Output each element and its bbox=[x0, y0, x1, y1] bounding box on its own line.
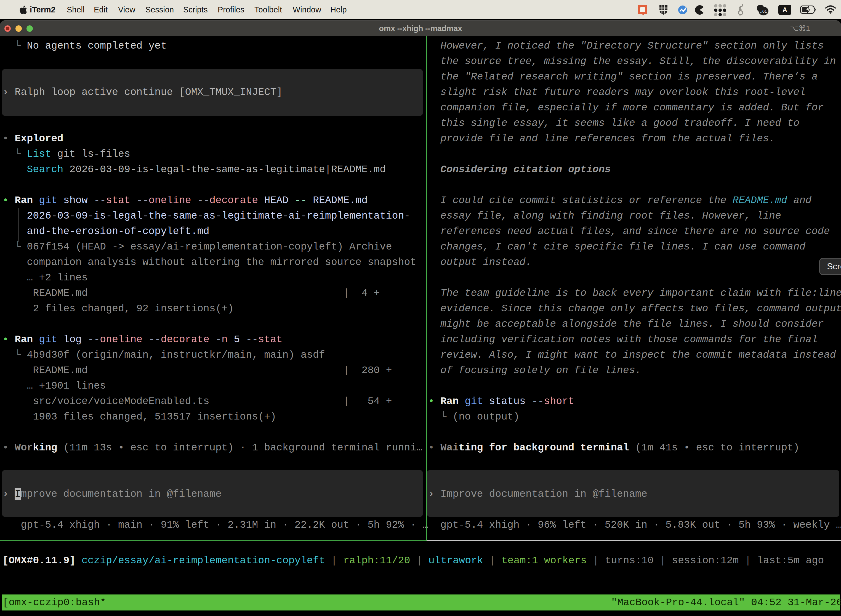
svg-text:..61: ..61 bbox=[760, 9, 767, 13]
svg-text:A: A bbox=[782, 6, 787, 13]
